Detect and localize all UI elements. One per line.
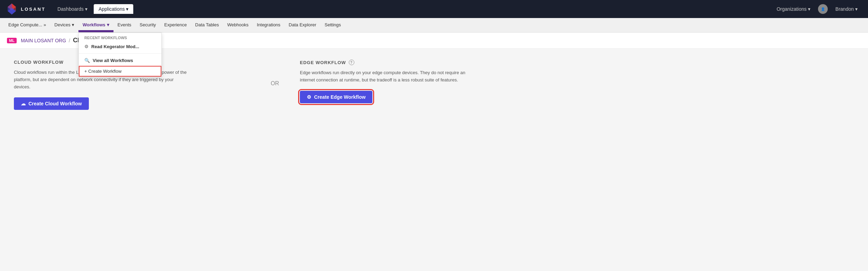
gear-small-icon: ⚙ bbox=[84, 44, 89, 49]
subnav-experience[interactable]: Experience bbox=[160, 18, 191, 32]
cloud-icon: ☁ bbox=[21, 101, 26, 106]
dashboards-nav-btn[interactable]: Dashboards ▾ bbox=[52, 4, 92, 14]
subnav-data-tables[interactable]: Data Tables bbox=[191, 18, 223, 32]
edge-workflow-info-icon[interactable]: ? bbox=[349, 60, 354, 65]
organizations-nav-btn[interactable]: Organizations ▾ bbox=[772, 4, 815, 14]
dropdown-create-workflow[interactable]: + Create Workflow bbox=[79, 66, 161, 77]
edge-icon: ⚙ bbox=[307, 94, 311, 100]
sub-navigation: Edge Compute... » Devices ▾ Workflows ▾ … bbox=[0, 18, 868, 33]
edge-workflow-section: EDGE WORKFLOW ? Edge workflows run direc… bbox=[300, 60, 536, 103]
losant-logo-icon bbox=[6, 3, 18, 15]
subnav-events[interactable]: Events bbox=[113, 18, 136, 32]
edge-workflow-title: EDGE WORKFLOW ? bbox=[300, 60, 536, 65]
top-nav-left: LOSANT Dashboards ▾ Applications ▾ bbox=[6, 3, 133, 15]
dropdown-view-all[interactable]: 🔍 View all Workflows bbox=[79, 55, 161, 66]
edge-workflow-description: Edge workflows run directly on your edge… bbox=[300, 69, 473, 84]
breadcrumb-separator: / bbox=[69, 38, 70, 43]
top-navigation: LOSANT Dashboards ▾ Applications ▾ Organ… bbox=[0, 0, 868, 18]
logo-text: LOSANT bbox=[21, 7, 45, 12]
user-menu-btn[interactable]: Brandon ▾ bbox=[831, 4, 862, 14]
dropdown-divider-1 bbox=[79, 53, 161, 54]
logo[interactable]: LOSANT bbox=[6, 3, 45, 15]
dropdown-recent-item[interactable]: ⚙ Read Kegerator Mod... bbox=[79, 41, 161, 52]
dropdown-section-label: Recent Workflows bbox=[79, 33, 161, 41]
org-name-link[interactable]: MAIN LOSANT ORG bbox=[21, 38, 66, 43]
create-edge-workflow-button[interactable]: ⚙ Create Edge Workflow bbox=[300, 91, 372, 103]
subnav-security[interactable]: Security bbox=[135, 18, 160, 32]
subnav-data-explorer[interactable]: Data Explorer bbox=[285, 18, 320, 32]
applications-nav-btn[interactable]: Applications ▾ bbox=[94, 4, 134, 14]
org-badge: ML bbox=[7, 38, 17, 43]
create-cloud-workflow-button[interactable]: ☁ Create Cloud Workflow bbox=[14, 97, 89, 110]
subnav-webhooks[interactable]: Webhooks bbox=[223, 18, 253, 32]
subnav-edge-compute[interactable]: Edge Compute... » bbox=[4, 18, 50, 32]
or-divider: OR bbox=[264, 60, 286, 87]
avatar[interactable]: 👤 bbox=[818, 4, 828, 14]
subnav-settings[interactable]: Settings bbox=[320, 18, 345, 32]
subnav-integrations[interactable]: Integrations bbox=[253, 18, 285, 32]
top-nav-right: Organizations ▾ 👤 Brandon ▾ bbox=[772, 4, 862, 14]
workflows-dropdown: Recent Workflows ⚙ Read Kegerator Mod...… bbox=[78, 33, 162, 77]
subnav-workflows[interactable]: Workflows ▾ Recent Workflows ⚙ Read Kege… bbox=[78, 18, 113, 32]
search-icon: 🔍 bbox=[84, 58, 90, 63]
subnav-devices[interactable]: Devices ▾ bbox=[50, 18, 78, 32]
